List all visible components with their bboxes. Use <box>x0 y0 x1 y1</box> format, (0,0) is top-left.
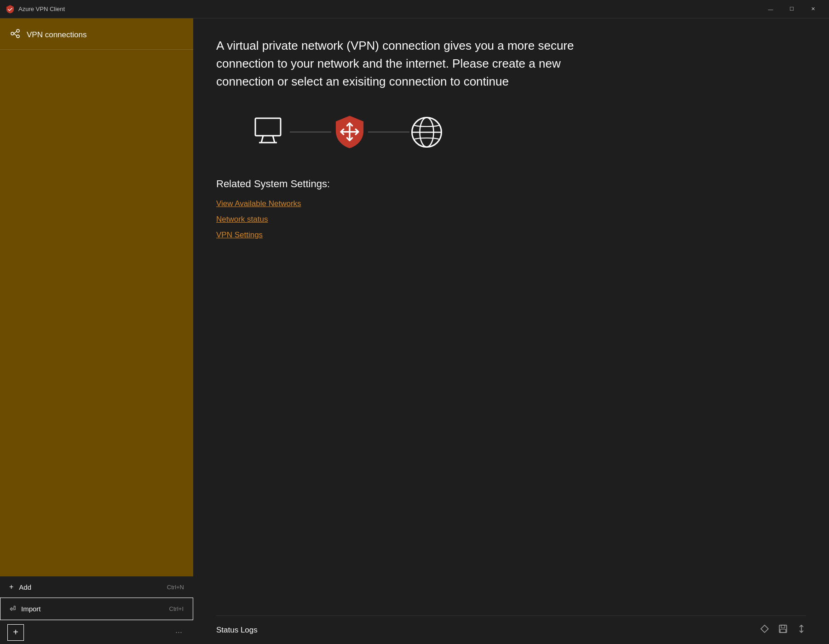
svg-rect-15 <box>781 625 785 628</box>
import-menu-item[interactable]: ⏎ Import Ctrl+I <box>0 598 193 620</box>
window-controls: — ☐ ✕ <box>760 2 823 17</box>
sidebar: VPN connections + Add Ctrl+N ⏎ Import Ct… <box>0 18 193 644</box>
svg-line-6 <box>261 136 263 143</box>
sidebar-footer: + Add Ctrl+N ⏎ Import Ctrl+I + ··· <box>0 576 193 644</box>
add-label: Add <box>19 583 167 591</box>
vpn-diagram <box>253 114 806 150</box>
add-shortcut: Ctrl+N <box>167 584 184 591</box>
status-logs-bar: Status Logs <box>216 615 806 644</box>
status-logs-title: Status Logs <box>216 626 760 635</box>
clear-logs-icon[interactable] <box>760 624 769 636</box>
main-content: A virtual private network (VPN) connecti… <box>193 18 829 644</box>
sort-logs-icon[interactable] <box>797 624 806 636</box>
status-logs-actions <box>760 624 806 636</box>
app-logo <box>6 5 15 14</box>
import-shortcut: Ctrl+I <box>169 605 184 612</box>
svg-line-4 <box>14 34 17 36</box>
sidebar-bottom-bar: + ··· <box>0 620 193 644</box>
title-bar: Azure VPN Client — ☐ ✕ <box>0 0 829 18</box>
main-layout: VPN connections + Add Ctrl+N ⏎ Import Ct… <box>0 18 829 644</box>
close-button[interactable]: ✕ <box>802 2 823 17</box>
network-status-link[interactable]: Network status <box>216 215 806 224</box>
vpn-connections-icon <box>9 28 21 42</box>
related-settings-title: Related System Settings: <box>216 178 806 190</box>
internet-globe-icon <box>409 115 444 150</box>
related-settings-section: Related System Settings: View Available … <box>216 178 806 246</box>
app-title: Azure VPN Client <box>18 6 760 12</box>
vpn-settings-link[interactable]: VPN Settings <box>216 230 806 240</box>
sidebar-header: VPN connections <box>0 18 193 50</box>
svg-rect-5 <box>255 118 281 136</box>
add-menu-item[interactable]: + Add Ctrl+N <box>0 576 193 598</box>
svg-point-1 <box>17 29 19 32</box>
svg-point-2 <box>17 35 19 38</box>
save-logs-icon[interactable] <box>778 624 788 636</box>
ellipsis-button[interactable]: ··· <box>172 626 186 639</box>
minimize-button[interactable]: — <box>760 2 781 17</box>
svg-point-0 <box>11 32 14 35</box>
add-icon: + <box>9 583 13 591</box>
diagram-line-1 <box>290 132 331 132</box>
diagram-line-2 <box>368 132 409 132</box>
welcome-description: A virtual private network (VPN) connecti… <box>216 37 584 91</box>
restore-button[interactable]: ☐ <box>781 2 802 17</box>
view-available-networks-link[interactable]: View Available Networks <box>216 199 806 208</box>
import-icon: ⏎ <box>10 604 16 613</box>
vpn-shield-icon <box>331 114 368 150</box>
svg-rect-16 <box>780 629 786 632</box>
add-plus-icon: + <box>13 627 18 638</box>
import-label: Import <box>21 605 169 613</box>
svg-line-7 <box>273 136 275 143</box>
sidebar-add-button[interactable]: + <box>7 624 24 641</box>
sidebar-title: VPN connections <box>27 30 86 40</box>
sidebar-content <box>0 50 193 576</box>
svg-line-3 <box>14 32 17 34</box>
computer-icon <box>253 116 290 148</box>
